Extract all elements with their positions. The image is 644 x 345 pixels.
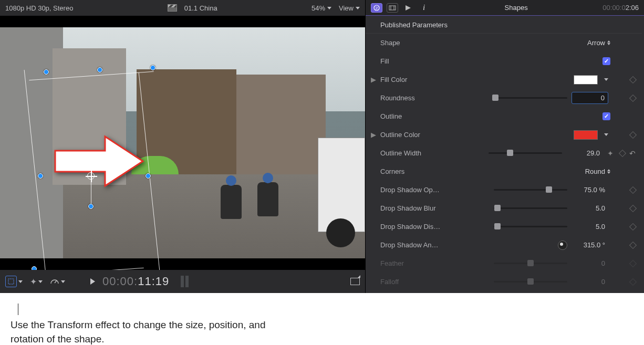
chevron-down-icon[interactable] [604, 133, 608, 136]
chevron-down-icon [61, 280, 65, 283]
keyframe-button[interactable] [619, 149, 626, 156]
timecode-bright: 11:19 [138, 275, 169, 288]
outline-color-swatch[interactable] [574, 130, 598, 140]
param-feather: Feather 0 [366, 254, 642, 273]
view-label: View [339, 4, 354, 12]
zoom-dropdown[interactable]: 54% [311, 4, 331, 12]
chevron-down-icon [356, 7, 360, 9]
param-fill-color: ▶ Fill Color [366, 70, 642, 89]
param-corners: Corners Round [366, 162, 642, 181]
video-inspector-tab[interactable] [387, 3, 398, 13]
fill-color-swatch[interactable] [574, 75, 598, 85]
param-label: Drop Shadow Blur [380, 204, 453, 212]
gauge-icon [50, 277, 59, 286]
view-dropdown[interactable]: View [339, 4, 360, 12]
param-outline-color: ▶ Outline Color [366, 126, 642, 144]
clip-name: 01.1 China [184, 4, 217, 12]
outline-checkbox[interactable]: ✓ [603, 112, 610, 120]
param-outline-width: Outline Width 29.0 ✦ ↶ [366, 144, 642, 162]
inspector-body[interactable]: Published Parameters Shape Arrow Fill ✓ [366, 16, 644, 293]
keyframe-button[interactable] [629, 223, 637, 230]
inspector-title: Shapes [434, 4, 598, 12]
roundness-slider[interactable] [494, 97, 567, 99]
zoom-value: 54% [311, 4, 325, 12]
keyframe-button[interactable] [629, 204, 637, 212]
param-label: Drop Shadow An… [380, 241, 453, 249]
ds-blur-value[interactable]: 5.0 [572, 203, 608, 214]
svg-rect-4 [389, 6, 396, 10]
chevron-down-icon [18, 280, 23, 283]
info-inspector-tab[interactable]: i [418, 3, 430, 13]
feather-slider [494, 263, 567, 264]
annotation-callout: Use the Transform effect to change the s… [0, 293, 644, 345]
keyframe-button[interactable] [629, 131, 637, 138]
param-label: Falloff [380, 278, 453, 286]
param-label: Shape [380, 39, 453, 47]
param-label: Drop Shadow Op… [380, 186, 453, 194]
inspector-timecode: 00:00:02:06 [603, 4, 639, 12]
roundness-value[interactable]: 0 [572, 92, 608, 104]
fullscreen-button[interactable] [350, 278, 360, 285]
chevron-down-icon[interactable] [604, 78, 608, 81]
anchor-point[interactable] [87, 172, 95, 180]
param-drop-shadow-opacity: Drop Shadow Op… 75.0 % [366, 181, 642, 199]
param-label: Fill Color [380, 76, 453, 83]
keyframe-button[interactable] [629, 241, 637, 248]
viewer-titlebar: 1080p HD 30p, Stereo 01.1 China 54% View [0, 0, 365, 16]
disclosure-triangle[interactable]: ▶ [371, 76, 376, 83]
play-button[interactable] [90, 278, 95, 285]
fill-checkbox[interactable]: ✓ [603, 57, 610, 65]
corners-popup[interactable]: Round [585, 168, 610, 175]
retime-tool[interactable] [50, 277, 65, 286]
wand-icon: ✦ [30, 277, 37, 287]
chevron-down-icon [327, 7, 331, 9]
generator-inspector-tab[interactable]: 2 [371, 3, 382, 13]
falloff-slider [494, 281, 567, 283]
transform-handle[interactable] [44, 69, 49, 75]
ds-distance-value[interactable]: 5.0 [572, 221, 608, 232]
keyframe-add-icon[interactable]: ✦ [607, 149, 614, 158]
outline-width-value[interactable]: 29.0 [566, 148, 603, 159]
arrow-shape[interactable] [53, 132, 147, 190]
param-shape: Shape Arrow [366, 34, 642, 52]
transform-handle[interactable] [146, 173, 151, 179]
ds-distance-slider[interactable] [494, 226, 567, 227]
svg-line-1 [55, 280, 57, 283]
transform-handle[interactable] [150, 65, 155, 70]
ds-angle-value[interactable]: 315.0 ° [572, 239, 608, 250]
ds-blur-slider[interactable] [494, 207, 567, 209]
audio-meter [181, 276, 189, 287]
callout-leader-line [18, 304, 18, 315]
shape-popup[interactable]: Arrow [587, 39, 610, 47]
reset-button[interactable]: ↶ [629, 149, 636, 158]
angle-dial[interactable] [558, 241, 567, 250]
disclosure-triangle[interactable]: ▶ [371, 131, 376, 139]
enhance-tool[interactable]: ✦ [30, 277, 43, 287]
inspector-header: 2 i Shapes 00:00:02:06 [366, 0, 644, 16]
rotation-handle[interactable] [88, 204, 94, 209]
keyframe-button[interactable] [629, 94, 637, 101]
video-frame [0, 27, 365, 258]
viewer-canvas[interactable] [0, 16, 365, 270]
callout-text: Use the Transform effect to change the s… [11, 315, 284, 345]
ds-opacity-value[interactable]: 75.0 % [572, 184, 608, 195]
outline-width-slider[interactable] [489, 152, 562, 154]
playhead-timecode[interactable]: 00:00:11:19 [102, 275, 169, 288]
transform-handle[interactable] [32, 266, 37, 270]
param-label: Feather [380, 259, 453, 267]
viewer-toolbar: ✦ 00:00:11:19 [0, 270, 365, 293]
transform-icon [5, 276, 17, 287]
keyframe-button [629, 278, 637, 285]
param-drop-shadow-distance: Drop Shadow Dis… 5.0 [366, 217, 642, 236]
transform-handle[interactable] [38, 173, 43, 179]
param-label: Outline [380, 112, 453, 120]
keyframe-button [629, 259, 637, 267]
keyframe-button[interactable] [629, 186, 637, 193]
transform-handle[interactable] [97, 67, 102, 72]
section-published-parameters: Published Parameters [366, 16, 642, 34]
param-falloff: Falloff 0 [366, 273, 642, 291]
ds-opacity-slider[interactable] [494, 189, 567, 191]
keyframe-button[interactable] [629, 76, 637, 83]
transform-tool[interactable] [5, 276, 23, 287]
color-inspector-tab[interactable] [402, 3, 414, 13]
